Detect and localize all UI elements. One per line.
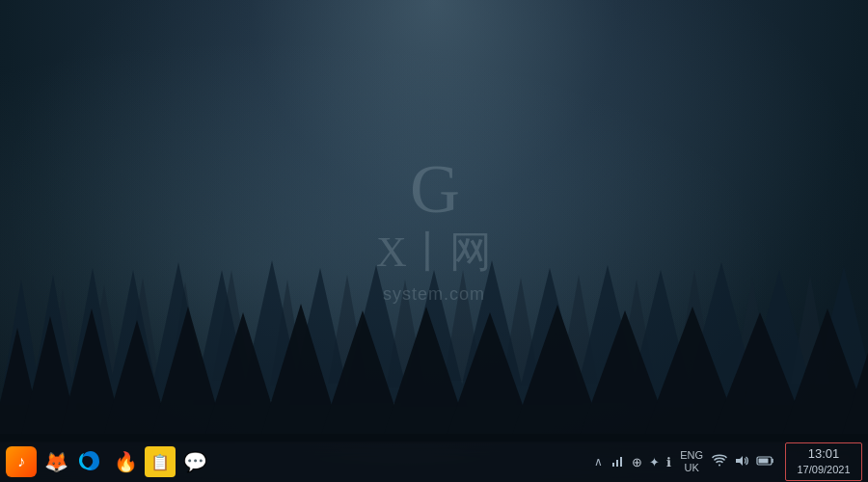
bluetooth-icon[interactable]: ✦ [647,453,662,471]
connection-icon[interactable]: ⊕ [630,453,644,471]
wifi-icon[interactable] [710,452,729,472]
taskbar-firebird[interactable]: 🔥 [110,446,141,477]
svg-rect-49 [612,463,614,467]
tree-silhouettes [0,77,868,443]
clock-date: 17/09/2021 [797,463,850,476]
taskbar-slack[interactable]: 💬 [179,446,210,477]
volume-icon[interactable] [732,452,751,472]
taskbar: ♪ 🦊 🔥 📋 💬 [0,442,868,482]
security-icon[interactable]: ℹ [665,453,673,471]
svg-marker-52 [736,456,743,466]
language-indicator[interactable]: ENG UK [676,447,707,476]
taskbar-fl-studio[interactable]: ♪ [6,446,37,477]
show-hidden-icons[interactable]: ∧ [592,453,605,470]
network-icon[interactable] [608,451,627,473]
svg-rect-54 [759,459,769,464]
taskbar-icons: ♪ 🦊 🔥 📋 💬 [6,446,210,477]
system-tray: ∧ ⊕ ✦ ℹ ENG UK [586,447,783,476]
clock-time: 13:01 [808,446,840,463]
clock[interactable]: 13:01 17/09/2021 [785,442,862,480]
desktop: G X丨网 system.com ♪ 🦊 🔥 [0,0,868,482]
taskbar-sticky-notes[interactable]: 📋 [145,446,176,477]
taskbar-edge[interactable] [75,446,106,477]
svg-rect-51 [620,457,622,467]
taskbar-firefox[interactable]: 🦊 [41,446,71,477]
language-code: ENG UK [680,449,703,474]
taskbar-right: ∧ ⊕ ✦ ℹ ENG UK [586,442,862,480]
battery-icon[interactable] [754,452,777,471]
svg-rect-50 [616,460,618,467]
